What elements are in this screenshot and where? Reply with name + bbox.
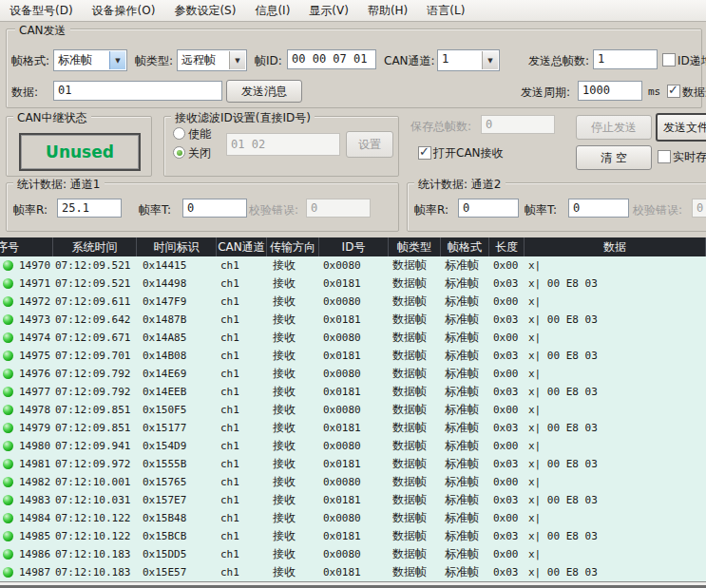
open-can-receive-checkbox[interactable] bbox=[418, 146, 431, 160]
stats1-rate-t-input[interactable]: 0 bbox=[182, 199, 247, 218]
cell-timestamp: 0x147F9 bbox=[137, 295, 217, 308]
frame-id-input[interactable]: 00 00 07 01 bbox=[287, 49, 376, 69]
chevron-down-icon[interactable]: ▼ bbox=[109, 51, 125, 69]
stats1-error-input[interactable]: 0 bbox=[306, 199, 371, 218]
column-header[interactable]: 长度 bbox=[489, 237, 525, 256]
table-row[interactable]: 14984 07:12:10.122 0x15B48 ch1 接收 0x0080… bbox=[0, 509, 706, 527]
cell-frame-id: 0x0181 bbox=[319, 530, 389, 542]
cell-length: 0x00 bbox=[489, 368, 525, 380]
cell-seq: 14977 bbox=[19, 386, 50, 398]
cell-frame-type: 数据帧 bbox=[389, 257, 441, 274]
stats2-rate-t-input[interactable]: 0 bbox=[568, 199, 629, 218]
cell-length: 0x03 bbox=[489, 494, 525, 506]
frame-id-label: 帧ID: bbox=[255, 53, 282, 69]
stats2-rate-r-input[interactable]: 0 bbox=[458, 199, 519, 218]
filter-set-button[interactable]: 设置 bbox=[346, 131, 393, 158]
cell-channel: ch1 bbox=[217, 566, 267, 579]
table-row[interactable]: 14979 07:12:09.851 0x15177 ch1 接收 0x0181… bbox=[0, 419, 706, 437]
cell-channel: ch1 bbox=[217, 277, 267, 290]
column-header[interactable]: 传输方向 bbox=[267, 237, 319, 256]
data-increment-checkbox[interactable] bbox=[667, 85, 680, 98]
cell-seq: 14986 bbox=[19, 548, 50, 560]
send-total-input[interactable]: 1 bbox=[593, 49, 658, 69]
table-row[interactable]: 14970 07:12:09.521 0x14415 ch1 接收 0x0080… bbox=[0, 256, 706, 275]
stats2-error-input[interactable]: 0 bbox=[692, 199, 706, 218]
cell-frame-format: 标准帧 bbox=[441, 402, 489, 418]
send-message-button[interactable]: 发送消息 bbox=[226, 80, 302, 103]
menu-item[interactable]: 帮助(H) bbox=[358, 0, 417, 22]
cell-length: 0x00 bbox=[489, 332, 525, 344]
cell-channel: ch1 bbox=[217, 259, 267, 272]
table-row[interactable]: 14985 07:12:10.122 0x15BCB ch1 接收 0x0181… bbox=[0, 527, 706, 545]
table-row[interactable]: 14982 07:12:10.001 0x15765 ch1 接收 0x0080… bbox=[0, 473, 706, 491]
menu-item[interactable]: 设备操作(O) bbox=[83, 0, 165, 22]
table-row[interactable]: 14973 07:12:09.642 0x1487B ch1 接收 0x0181… bbox=[0, 311, 706, 329]
column-header[interactable]: 帧格式 bbox=[441, 237, 489, 256]
cell-length: 0x00 bbox=[489, 404, 525, 416]
cell-channel: ch1 bbox=[217, 295, 267, 308]
cell-frame-type: 数据帧 bbox=[389, 510, 441, 526]
column-header[interactable]: 帧类型 bbox=[389, 237, 441, 256]
cell-channel: ch1 bbox=[217, 548, 267, 560]
cell-channel: ch1 bbox=[217, 476, 267, 488]
menu-item[interactable]: 显示(V) bbox=[299, 0, 358, 22]
table-row[interactable]: 14974 07:12:09.671 0x14A85 ch1 接收 0x0080… bbox=[0, 329, 706, 347]
clear-button[interactable]: 清 空 bbox=[576, 145, 652, 170]
chevron-down-icon[interactable]: ▼ bbox=[229, 51, 245, 69]
frame-type-combo[interactable]: 远程帧 ▼ bbox=[177, 49, 247, 71]
rx-status-ball-icon bbox=[3, 278, 13, 289]
filter-close-radio[interactable] bbox=[173, 146, 185, 159]
column-header[interactable]: CAN通道 bbox=[217, 237, 267, 256]
menu-item[interactable]: 设备型号(D) bbox=[0, 0, 83, 22]
filter-enable-radio[interactable] bbox=[173, 127, 185, 140]
send-period-input[interactable]: 1000 bbox=[578, 81, 642, 101]
menu-item[interactable]: 参数设定(S) bbox=[164, 0, 245, 22]
stop-send-button[interactable]: 停止发送 bbox=[576, 115, 652, 140]
table-row[interactable]: 14976 07:12:09.792 0x14E69 ch1 接收 0x0080… bbox=[0, 365, 706, 383]
cell-timestamp: 0x14B08 bbox=[137, 350, 217, 362]
frame-format-combo[interactable]: 标准帧 ▼ bbox=[53, 49, 127, 71]
cell-length: 0x03 bbox=[489, 422, 525, 434]
filter-id-input[interactable]: 01 02 bbox=[226, 133, 340, 156]
table-row[interactable]: 14980 07:12:09.941 0x154D9 ch1 接收 0x0080… bbox=[0, 437, 706, 455]
table-row[interactable]: 14987 07:12:10.183 0x15E57 ch1 接收 0x0181… bbox=[0, 563, 706, 581]
table-row[interactable]: 14972 07:12:09.611 0x147F9 ch1 接收 0x0080… bbox=[0, 293, 706, 311]
frame-type-value: 远程帧 bbox=[181, 52, 216, 68]
cell-length: 0x00 bbox=[489, 259, 525, 272]
rx-status-ball-icon bbox=[3, 513, 13, 523]
table-row[interactable]: 14978 07:12:09.851 0x150F5 ch1 接收 0x0080… bbox=[0, 401, 706, 419]
table-row[interactable]: 14981 07:12:09.972 0x1555B ch1 接收 0x0181… bbox=[0, 455, 706, 473]
table-row[interactable]: 14975 07:12:09.701 0x14B08 ch1 接收 0x0181… bbox=[0, 347, 706, 365]
rx-status-ball-icon bbox=[3, 332, 13, 343]
send-data-input[interactable]: 01 bbox=[53, 81, 222, 101]
stats1-rate-r-input[interactable]: 25.1 bbox=[57, 199, 122, 218]
id-increment-checkbox[interactable] bbox=[662, 53, 676, 66]
relay-status-value: Unused bbox=[46, 142, 114, 161]
cell-systime: 07:12:09.521 bbox=[53, 277, 137, 290]
menu-item[interactable]: 信息(I) bbox=[245, 0, 299, 22]
cell-frame-format: 标准帧 bbox=[441, 384, 489, 400]
save-total-input[interactable]: 0 bbox=[481, 115, 555, 134]
table-row[interactable]: 14986 07:12:10.183 0x15DD5 ch1 接收 0x0080… bbox=[0, 545, 706, 563]
horizontal-scrollbar[interactable] bbox=[0, 581, 706, 588]
table-row[interactable]: 14971 07:12:09.521 0x14498 ch1 接收 0x0181… bbox=[0, 275, 706, 293]
data-increment-label: 数据递增 bbox=[682, 85, 706, 101]
column-header[interactable]: 数据 bbox=[525, 237, 706, 256]
cell-length: 0x00 bbox=[489, 476, 525, 488]
realtime-save-checkbox[interactable] bbox=[658, 150, 671, 163]
cell-direction: 接收 bbox=[267, 546, 319, 562]
cell-frame-format: 标准帧 bbox=[441, 564, 489, 580]
chevron-down-icon[interactable]: ▼ bbox=[482, 51, 498, 69]
table-row[interactable]: 14983 07:12:10.031 0x157E7 ch1 接收 0x0181… bbox=[0, 491, 706, 509]
table-header[interactable]: 序号系统时间时间标识CAN通道传输方向ID号帧类型帧格式长度数据 bbox=[0, 237, 706, 256]
column-header[interactable]: 序号 bbox=[0, 237, 53, 256]
cell-frame-format: 标准帧 bbox=[441, 257, 489, 274]
send-file-button[interactable]: 发送文件 bbox=[656, 113, 706, 142]
menu-item[interactable]: 语言(L) bbox=[417, 0, 474, 22]
menu-bar: 设备型号(D)设备操作(O)参数设定(S)信息(I)显示(V)帮助(H)语言(L… bbox=[0, 0, 706, 22]
column-header[interactable]: 系统时间 bbox=[53, 237, 137, 256]
can-channel-combo[interactable]: 1 ▼ bbox=[437, 49, 500, 71]
table-row[interactable]: 14977 07:12:09.792 0x14EEB ch1 接收 0x0181… bbox=[0, 383, 706, 401]
column-header[interactable]: ID号 bbox=[319, 237, 389, 256]
column-header[interactable]: 时间标识 bbox=[137, 237, 217, 256]
